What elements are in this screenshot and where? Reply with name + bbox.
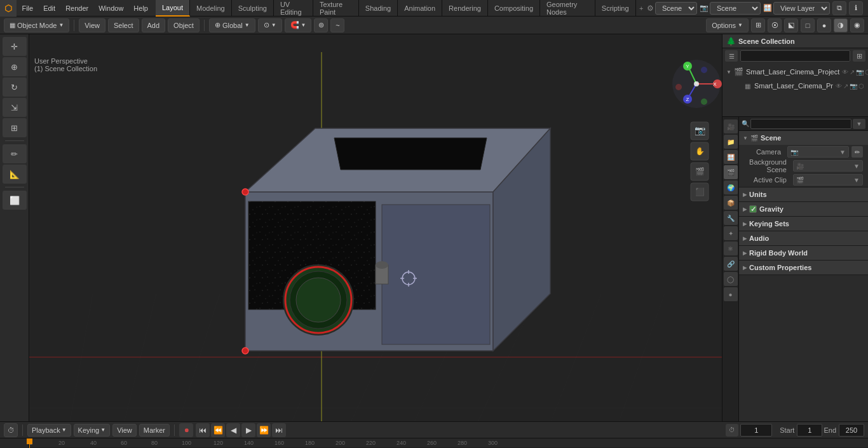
object-mode-selector[interactable]: ▦ Object Mode ▼ [4,18,69,32]
marker-menu[interactable]: Marker [139,424,170,437]
fullscreen-button[interactable]: ⧉ [832,1,846,15]
outliner-item-0[interactable]: ▼ 🎬 Smart_Laser_Cinema_Project 👁 ↗ 📷 ⬡ [722,65,868,79]
add-workspace-button[interactable]: + [636,0,647,17]
timeline-strip[interactable]: 1 20 40 60 80 100 120 140 160 180 200 22… [0,438,868,448]
tree-render-icon-0[interactable]: 📷 [856,69,864,76]
move-tool[interactable]: ⊕ [3,57,27,76]
viewport-3d[interactable]: X Y Z [29,34,722,421]
prop-gravity-header[interactable]: ▶ ✓ Gravity [739,202,868,216]
menu-help[interactable]: Help [128,0,153,17]
outliner-item-1[interactable]: ▶ ▦ Smart_Laser_Cinema_Pr 👁 ↗ 📷 ⬡ [722,79,868,93]
viewport-gizmo-toggle[interactable]: ⊞ [751,18,765,32]
prop-tab-particles[interactable]: ✦ [724,226,738,240]
tab-compositing[interactable]: Compositing [488,0,540,17]
record-button[interactable]: ⏺ [179,423,193,437]
prop-tab-view-layer[interactable]: 🪟 [724,150,738,164]
prop-scene-header[interactable]: ▼ 🎬 Scene [739,131,868,145]
viewport-overlay-toggle[interactable]: ⦿ [768,18,782,32]
viewport-xray-toggle[interactable]: ⬕ [784,18,798,32]
prop-tab-object[interactable]: 📦 [724,196,738,210]
tree-lock-icon-1[interactable]: ⬡ [858,83,864,90]
prop-units-header[interactable]: ▶ Units [739,187,868,201]
end-frame-input[interactable] [839,424,864,437]
vp-menu-select[interactable]: Select [108,18,139,32]
prop-search-input[interactable] [750,119,851,129]
viewport-options-button[interactable]: Options ▼ [706,18,749,32]
prop-tab-render[interactable]: 🎥 [724,119,738,133]
tree-select-icon-1[interactable]: ↗ [843,83,848,90]
rendered-shading-button[interactable]: ◉ [850,18,864,32]
tree-lock-icon-0[interactable]: ⬡ [865,69,868,76]
tree-view-icon-1[interactable]: 👁 [836,83,842,90]
prop-tab-modifier[interactable]: 🔧 [724,211,738,225]
proportional-type-button[interactable]: ~ [330,18,344,32]
rotate-tool[interactable]: ↻ [3,78,27,97]
tab-texture-paint[interactable]: Texture Paint [313,0,359,17]
prop-field-background-scene[interactable]: 🎥 ▼ [793,160,863,172]
outliner-search[interactable] [740,50,850,62]
measure-tool[interactable]: 📐 [3,165,27,184]
tab-rendering[interactable]: Rendering [442,0,488,17]
prop-custom-props-header[interactable]: ▶ Custom Properties [739,261,868,275]
view-layer-selector[interactable]: View Layer [773,2,830,15]
play-back-button[interactable]: ◀ [226,423,240,437]
prop-tab-object-data[interactable]: ◯ [724,272,738,286]
render-engine-selector[interactable]: Scene [655,2,697,15]
solid-shading-button[interactable]: ● [817,18,831,32]
jump-end-button[interactable]: ⏭ [272,423,286,437]
menu-window[interactable]: Window [93,0,128,17]
transform-selector[interactable]: ⊕ Global ▼ [209,18,255,32]
tab-layout[interactable]: Layout [156,0,190,17]
scene-selector[interactable]: Scene [710,2,761,15]
tree-render-icon-1[interactable]: 📷 [850,83,857,90]
scale-tool[interactable]: ⇲ [3,98,27,117]
timeline-view-menu[interactable]: View [112,424,137,437]
outliner-columns-btn[interactable]: ⊞ [853,50,865,62]
pivot-selector[interactable]: ⊙ ▼ [258,18,282,32]
play-forward-button[interactable]: ▶ [241,423,255,437]
prop-field-active-clip[interactable]: 🎬 ▼ [793,174,863,186]
tab-animation[interactable]: Animation [398,0,442,17]
prop-tab-output[interactable]: 📁 [724,135,738,149]
next-keyframe-button[interactable]: ⏩ [257,423,271,437]
prop-rigid-body-header[interactable]: ▶ Rigid Body World [739,246,868,260]
proportional-edit-button[interactable]: ⊚ [314,18,328,32]
prev-keyframe-button[interactable]: ⏪ [211,423,225,437]
prop-tab-scene[interactable]: 🎬 [724,165,738,179]
timeline-type-selector[interactable]: ⏱ [4,423,18,437]
cursor-tool[interactable]: ✛ [3,37,27,56]
menu-file[interactable]: File [17,0,38,17]
annotate-tool[interactable]: ✏ [3,144,27,163]
material-shading-button[interactable]: ◑ [834,18,848,32]
prop-field-camera[interactable]: 📷 ▼ [787,146,849,158]
prop-tab-constraints[interactable]: 🔗 [724,257,738,271]
prop-tab-world[interactable]: 🌍 [724,180,738,194]
add-cube-tool[interactable]: ⬜ [3,191,27,210]
prop-filter-btn[interactable]: ▼ [853,119,865,129]
snap-selector[interactable]: 🧲 ▼ [285,18,312,32]
tree-select-icon-0[interactable]: ↗ [850,69,855,76]
wireframe-shading-button[interactable]: □ [801,18,815,32]
vp-menu-add[interactable]: Add [142,18,166,32]
tab-modeling[interactable]: Modeling [190,0,232,17]
tab-sculpting[interactable]: Sculpting [232,0,274,17]
jump-start-button[interactable]: ⏮ [196,423,210,437]
keying-menu[interactable]: Keying ▼ [74,424,111,437]
prop-audio-header[interactable]: ▶ Audio [739,231,868,245]
info-button[interactable]: ℹ [849,1,863,15]
outliner-filter-btn[interactable]: ☰ [725,50,738,62]
tab-shading[interactable]: Shading [359,0,398,17]
menu-edit[interactable]: Edit [38,0,60,17]
vp-menu-view[interactable]: View [79,18,105,32]
prop-keying-header[interactable]: ▶ Keying Sets [739,217,868,231]
tab-geometry-nodes[interactable]: Geometry Nodes [540,0,595,17]
transform-tool[interactable]: ⊞ [3,118,27,137]
prop-tab-physics[interactable]: ⚛ [724,241,738,255]
start-frame-input[interactable] [797,424,822,437]
camera-edit-btn[interactable]: ✏ [851,146,863,158]
tab-scripting[interactable]: Scripting [595,0,636,17]
tab-uv-editing[interactable]: UV Editing [274,0,313,17]
current-frame-input[interactable] [740,424,772,437]
prop-tab-material[interactable]: ● [724,287,738,301]
gravity-checkbox[interactable]: ✓ [749,205,757,213]
